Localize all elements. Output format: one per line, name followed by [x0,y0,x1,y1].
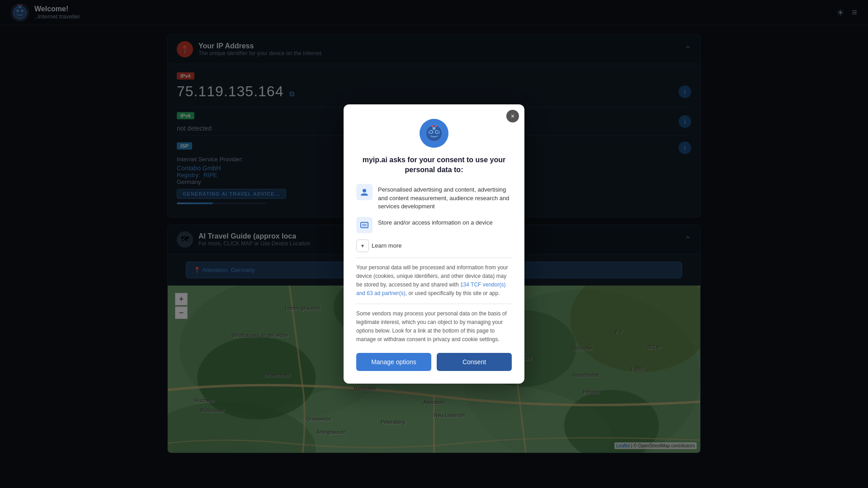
svg-point-29 [431,125,433,127]
consent-description-2: Some vendors may process your personal d… [356,310,512,344]
svg-rect-32 [438,131,440,134]
device-icon [360,221,369,230]
close-icon: × [511,113,514,119]
learn-more-label: Learn more [372,242,401,249]
consent-description-1: Your personal data will be processed and… [356,263,512,298]
svg-rect-31 [428,131,430,134]
consent-item-2-icon [356,217,373,233]
svg-point-24 [430,131,432,133]
learn-more-row[interactable]: ▾ Learn more [356,239,512,252]
person-icon [360,188,369,197]
svg-point-33 [363,189,366,192]
consent-item-1: Personalised advertising and content, ad… [356,184,512,211]
modal-logo [356,119,512,148]
consent-item-1-icon [356,184,373,200]
modal-logo-circle [420,119,448,148]
manage-options-button[interactable]: Manage options [356,353,431,371]
consent-button[interactable]: Consent [437,353,512,371]
svg-rect-35 [362,224,367,226]
svg-point-30 [435,125,437,127]
description-1-end: or used specifically by this site or app… [407,290,500,296]
modal-divider-1 [356,258,512,258]
consent-item-2: Store and/or access information on a dev… [356,217,512,233]
modal-close-button[interactable]: × [506,110,519,122]
consent-item-2-text: Store and/or access information on a dev… [378,217,493,227]
modal-robot-icon [425,124,443,142]
svg-rect-26 [433,127,435,130]
learn-more-chevron-icon: ▾ [356,239,369,252]
modal-overlay: × [0,0,868,488]
modal-title: myip.ai asks for your consent to use you… [356,155,512,175]
consent-modal: × [344,104,524,384]
consent-item-1-text: Personalised advertising and content, ad… [378,184,512,211]
svg-point-25 [436,131,438,133]
modal-buttons: Manage options Consent [356,353,512,371]
modal-divider-2 [356,304,512,304]
